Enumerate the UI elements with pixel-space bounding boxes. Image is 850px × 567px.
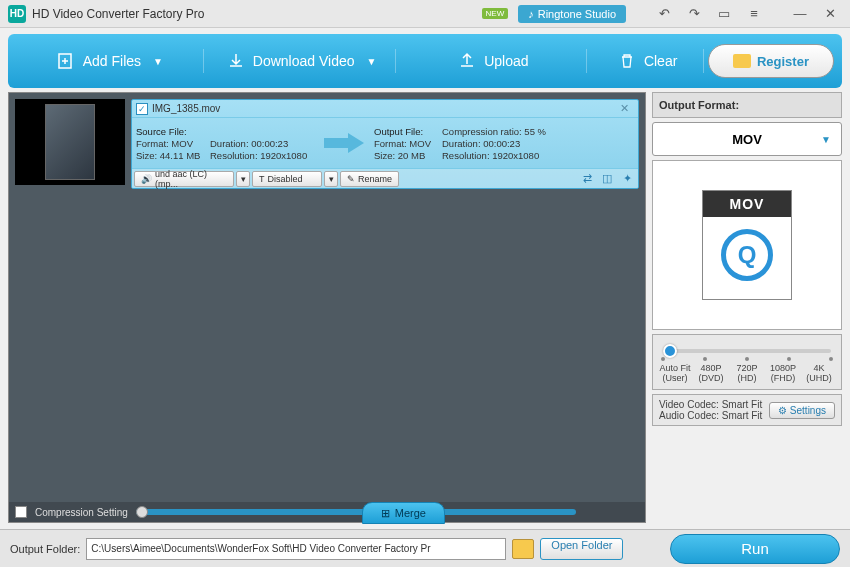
settings-button[interactable]: ⚙ Settings bbox=[769, 402, 835, 419]
file-name: IMG_1385.mov bbox=[152, 103, 220, 114]
content-area: ✓ IMG_1385.mov ✕ Source File: Format: MO… bbox=[8, 92, 842, 523]
open-folder-button[interactable]: Open Folder bbox=[540, 538, 623, 560]
clear-button[interactable]: Clear bbox=[591, 41, 704, 81]
rename-label: Rename bbox=[358, 174, 392, 184]
bottom-bar: Output Folder: C:\Users\Aimee\Documents\… bbox=[0, 529, 850, 567]
upload-icon bbox=[458, 52, 476, 70]
ringtone-studio-button[interactable]: ♪ Ringtone Studio bbox=[518, 5, 626, 23]
output-folder-path[interactable]: C:\Users\Aimee\Documents\WonderFox Soft\… bbox=[86, 538, 506, 560]
resolution-labels: Auto Fit(User) 480P(DVD) 720P(HD) 1080P(… bbox=[659, 363, 835, 383]
gear-icon: ⚙ bbox=[778, 405, 787, 416]
res-720p: 720P bbox=[736, 363, 757, 373]
quicktime-icon: Q bbox=[721, 229, 773, 281]
ringtone-icon: ♪ bbox=[528, 8, 534, 20]
message-icon[interactable]: ▭ bbox=[712, 4, 736, 24]
subtitle-label: Disabled bbox=[268, 174, 303, 184]
output-format: Format: MOV bbox=[374, 138, 438, 149]
compression-slider[interactable] bbox=[136, 509, 576, 515]
output-resolution: Resolution: 1920x1080 bbox=[442, 150, 562, 161]
register-label: Register bbox=[757, 54, 809, 69]
mov-icon: MOV Q bbox=[702, 190, 792, 300]
download-icon bbox=[227, 52, 245, 70]
source-size: Size: 44.11 MB bbox=[136, 150, 206, 161]
output-folder-label: Output Folder: bbox=[10, 543, 80, 555]
subtitle-dropdown[interactable]: T Disabled bbox=[252, 171, 322, 187]
output-size: Size: 20 MB bbox=[374, 150, 438, 161]
ringtone-label: Ringtone Studio bbox=[538, 8, 616, 20]
codec-row: Video Codec: Smart Fit Audio Codec: Smar… bbox=[652, 394, 842, 426]
output-format-select[interactable]: MOV ▼ bbox=[652, 122, 842, 156]
audio-codec: Audio Codec: Smart Fit bbox=[659, 410, 762, 421]
audio-icon: 🔊 bbox=[141, 174, 152, 184]
res-480p: 480P bbox=[700, 363, 721, 373]
mov-icon-label: MOV bbox=[703, 191, 791, 217]
upload-button[interactable]: Upload bbox=[400, 41, 588, 81]
trash-icon bbox=[618, 52, 636, 70]
res-autofit: Auto Fit bbox=[659, 363, 690, 373]
undo-icon[interactable]: ↶ bbox=[652, 4, 676, 24]
settings-label: Settings bbox=[790, 405, 826, 416]
subtitle-chevron[interactable]: ▾ bbox=[324, 171, 338, 187]
clear-label: Clear bbox=[644, 53, 677, 69]
source-duration: Duration: 00:00:23 bbox=[210, 138, 320, 149]
file-checkbox[interactable]: ✓ bbox=[136, 103, 148, 115]
output-duration: Duration: 00:00:23 bbox=[442, 138, 562, 149]
source-header: Source File: bbox=[136, 126, 206, 137]
close-button[interactable]: ✕ bbox=[818, 4, 842, 24]
subtitle-icon: T bbox=[259, 174, 265, 184]
resolution-panel: Auto Fit(User) 480P(DVD) 720P(HD) 1080P(… bbox=[652, 334, 842, 390]
file-header: ✓ IMG_1385.mov ✕ bbox=[132, 100, 638, 118]
resolution-slider-thumb[interactable] bbox=[663, 344, 677, 358]
res-1080p: 1080P bbox=[770, 363, 796, 373]
compression-slider-thumb[interactable] bbox=[136, 506, 148, 518]
menu-icon[interactable]: ≡ bbox=[742, 4, 766, 24]
add-files-icon bbox=[57, 52, 75, 70]
titlebar: HD HD Video Converter Factory Pro NEW ♪ … bbox=[0, 0, 850, 28]
app-title: HD Video Converter Factory Pro bbox=[32, 7, 205, 21]
audio-track-dropdown[interactable]: 🔊 und aac (LC) (mp... bbox=[134, 171, 234, 187]
app-logo: HD bbox=[8, 5, 26, 23]
output-compression: Compression ratio: 55 % bbox=[442, 126, 562, 137]
output-format-header: Output Format: bbox=[652, 92, 842, 118]
rename-button[interactable]: ✎ Rename bbox=[340, 171, 399, 187]
add-files-label: Add Files bbox=[83, 53, 141, 69]
compression-bar: Compression Setting bbox=[9, 502, 645, 522]
file-item[interactable]: ✓ IMG_1385.mov ✕ Source File: Format: MO… bbox=[15, 99, 639, 189]
chevron-down-icon: ▼ bbox=[821, 134, 831, 145]
resolution-slider[interactable] bbox=[663, 349, 831, 353]
download-video-button[interactable]: Download Video ▼ bbox=[208, 41, 396, 81]
shuffle-icon[interactable]: ⇄ bbox=[578, 171, 596, 187]
format-preview: MOV Q bbox=[652, 160, 842, 330]
remove-file-icon[interactable]: ✕ bbox=[620, 102, 634, 116]
file-thumbnail[interactable] bbox=[15, 99, 125, 185]
main-toolbar: Add Files ▼ Download Video ▼ Upload Clea… bbox=[8, 34, 842, 88]
run-button[interactable]: Run bbox=[670, 534, 840, 564]
file-info-card: ✓ IMG_1385.mov ✕ Source File: Format: MO… bbox=[131, 99, 639, 189]
rename-icon: ✎ bbox=[347, 174, 355, 184]
output-panel: Output Format: MOV ▼ MOV Q Auto Fit(User… bbox=[652, 92, 842, 523]
output-format-value: MOV bbox=[732, 132, 762, 147]
minimize-button[interactable]: — bbox=[788, 4, 812, 24]
redo-icon[interactable]: ↷ bbox=[682, 4, 706, 24]
compression-checkbox[interactable] bbox=[15, 506, 27, 518]
compression-label: Compression Setting bbox=[35, 507, 128, 518]
audio-chevron[interactable]: ▾ bbox=[236, 171, 250, 187]
video-codec: Video Codec: Smart Fit bbox=[659, 399, 762, 410]
source-format: Format: MOV bbox=[136, 138, 206, 149]
audio-track-label: und aac (LC) (mp... bbox=[155, 169, 227, 189]
source-resolution: Resolution: 1920x1080 bbox=[210, 150, 320, 161]
register-button[interactable]: Register bbox=[708, 44, 834, 78]
merge-button[interactable]: ⊞ Merge bbox=[362, 502, 445, 524]
crop-icon[interactable]: ◫ bbox=[598, 171, 616, 187]
effects-icon[interactable]: ✦ bbox=[618, 171, 636, 187]
chevron-down-icon: ▼ bbox=[153, 56, 163, 67]
chevron-down-icon: ▼ bbox=[367, 56, 377, 67]
file-list-panel: ✓ IMG_1385.mov ✕ Source File: Format: MO… bbox=[8, 92, 646, 523]
browse-folder-icon[interactable] bbox=[512, 539, 534, 559]
register-icon bbox=[733, 54, 751, 68]
new-badge: NEW bbox=[482, 8, 509, 19]
add-files-button[interactable]: Add Files ▼ bbox=[16, 41, 204, 81]
output-header: Output File: bbox=[374, 126, 438, 137]
download-label: Download Video bbox=[253, 53, 355, 69]
arrow-icon bbox=[324, 133, 364, 153]
